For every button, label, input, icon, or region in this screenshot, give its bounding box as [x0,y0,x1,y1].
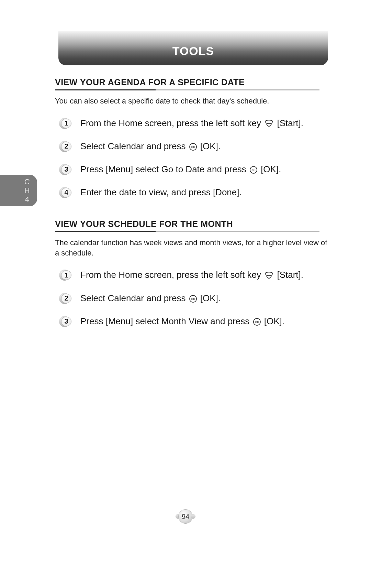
section-heading: VIEW YOUR AGENDA FOR A SPECIFIC DATE [55,77,328,89]
step-item: 4 Enter the date to view, and press [Don… [55,186,328,198]
step-text: Press [Menu] select Month View and press… [80,315,328,327]
chapter-tab-line: H [24,186,30,195]
step-text-post: [OK]. [198,293,221,303]
step-number: 1 [64,271,68,279]
chapter-tab-line: C [24,177,30,186]
step-item: 1 From the Home screen, press the left s… [55,269,328,281]
section-heading: VIEW YOUR SCHEDULE FOR THE MONTH [55,219,328,231]
step-number: 1 [64,119,68,127]
content-area: VIEW YOUR AGENDA FOR A SPECIFIC DATE You… [55,74,328,338]
chapter-tab: C H 4 [0,175,37,206]
step-text-pre: Enter the date to view, and press [Done]… [80,187,242,197]
chapter-tab-line: 4 [25,195,30,204]
step-text: Select Calendar and press OK [OK]. [80,140,328,152]
step-number: 3 [64,317,68,325]
step-text-pre: Select Calendar and press [80,293,188,303]
step-text: Enter the date to view, and press [Done]… [80,186,328,198]
ok-button-icon: OK [253,318,261,326]
section-intro: You can also select a specific date to c… [55,96,328,106]
step-number: 2 [64,294,68,302]
step-text: Press [Menu] select Go to Date and press… [80,163,328,175]
step-item: 1 From the Home screen, press the left s… [55,117,328,129]
svg-text:OK: OK [191,145,195,149]
step-number-bullet: 1 [59,118,73,129]
svg-text:OK: OK [191,297,195,301]
svg-text:OK: OK [255,320,259,324]
step-item: 3 Press [Menu] select Go to Date and pre… [55,163,328,175]
step-text-pre: Press [Menu] select Go to Date and press [80,164,249,174]
step-item: 2 Select Calendar and press OK [OK]. [55,292,328,304]
step-number-bullet: 4 [59,187,73,198]
step-text: From the Home screen, press the left sof… [80,117,328,129]
step-number: 3 [64,165,68,173]
step-text-post: [OK]. [198,141,221,151]
softkey-icon [264,272,274,280]
header-band: TOOLS [58,31,328,65]
section-intro: The calendar function has week views and… [55,238,328,258]
step-text-post: [Start]. [274,118,303,128]
step-text: Select Calendar and press OK [OK]. [80,292,328,304]
step-item: 2 Select Calendar and press OK [OK]. [55,140,328,152]
step-text-pre: From the Home screen, press the left sof… [80,270,263,280]
step-item: 3 Press [Menu] select Month View and pre… [55,315,328,327]
manual-page: TOOLS C H 4 VIEW YOUR AGENDA FOR A SPECI… [0,0,371,588]
step-number-bullet: 3 [59,164,73,175]
step-text-post: [OK]. [258,164,281,174]
step-text-pre: Press [Menu] select Month View and press [80,316,252,326]
step-number-bullet: 1 [59,270,73,281]
step-number-bullet: 2 [59,293,73,304]
step-number-bullet: 3 [59,316,73,327]
step-text-post: [Start]. [274,270,303,280]
step-text-pre: Select Calendar and press [80,141,188,151]
svg-text:OK: OK [251,168,256,172]
ok-button-icon: OK [189,143,197,151]
step-text-pre: From the Home screen, press the left sof… [80,118,263,128]
step-text-post: [OK]. [262,316,284,326]
page-number: 94 [182,513,189,521]
step-number: 2 [64,142,68,150]
ok-button-icon: OK [249,166,258,174]
header-title: TOOLS [172,44,214,58]
ok-button-icon: OK [189,295,197,303]
step-number-bullet: 2 [59,141,73,152]
softkey-icon [264,120,274,128]
page-number-badge: 94 [178,509,193,524]
step-text: From the Home screen, press the left sof… [80,269,328,281]
step-number: 4 [64,188,68,196]
heading-rule [55,89,319,90]
heading-rule [55,231,319,232]
